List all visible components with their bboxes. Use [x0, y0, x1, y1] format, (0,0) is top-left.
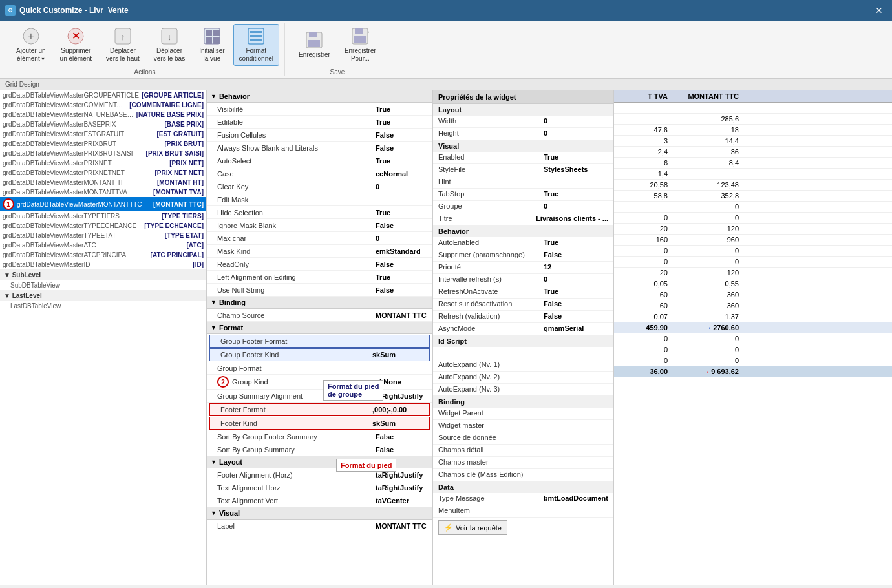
- save-button[interactable]: Enregistrer: [293, 24, 336, 66]
- tree-item-baseprix[interactable]: grdDataDBTableViewMasterBASEPRIX [BASE P…: [0, 120, 206, 129]
- save-as-button[interactable]: → EnregistrerPour...: [339, 24, 382, 66]
- tree-item-estgratuit[interactable]: grdDataDBTableViewMasterESTGRATUIT [EST …: [0, 129, 206, 139]
- voir-requete-label: Voir la requête: [456, 524, 502, 532]
- rprop-asyncmode: AsyncMode qmamSerial: [433, 323, 613, 335]
- prop-sortbygroupfooter: Sort By Group Footer Summary False: [207, 430, 432, 443]
- data-row-18: 60 360: [614, 300, 892, 311]
- move-up-icon: ↑: [114, 27, 132, 45]
- rprop-stylefile: StyleFile StylesSheets: [433, 164, 613, 176]
- lightning-icon: ⚡: [444, 523, 453, 532]
- move-down-icon: ↓: [160, 27, 178, 45]
- tree-item-naturebaseprix[interactable]: grdDataDBTableViewMasterNATUREBASEPRIX […: [0, 110, 206, 120]
- toolbar-buttons-actions: + Ajouter unélément ▾ ✕ Supprimerun élém…: [10, 23, 279, 66]
- prop-textalignhorz: Text Alignment Horz taRightJustify: [207, 481, 432, 494]
- prop-textalignvert: Text Alignment Vert taVCenter: [207, 494, 432, 507]
- prop-groupfooterkind: Group Footer Kind skSum: [209, 348, 430, 361]
- rprop-autoexpand3: AutoExpand (Nv. 3): [433, 384, 613, 396]
- rprop-section-binding: Binding: [433, 396, 613, 408]
- section-header-behavior[interactable]: ▼ Behavior: [207, 90, 432, 103]
- tree-item-groupearticle[interactable]: grdDataDBTableViewMasterGROUPEARTICLE [G…: [0, 90, 206, 100]
- rprop-enabled: Enabled True: [433, 152, 613, 164]
- properties-panel: ▼ Behavior Visibilité True Editable True…: [207, 90, 433, 585]
- rprop-autoexpand2: AutoExpand (Nv. 2): [433, 372, 613, 384]
- cell-ttc: =: [672, 103, 743, 113]
- section-header-binding[interactable]: ▼ Binding: [207, 297, 432, 309]
- svg-rect-15: [250, 35, 262, 37]
- prop-readonly: ReadOnly False: [207, 258, 432, 271]
- section-label-layout: Layout: [219, 458, 242, 466]
- tree-item-prixnet[interactable]: grdDataDBTableViewMasterPRIXNET [PRIX NE…: [0, 158, 206, 168]
- add-element-button[interactable]: + Ajouter unélément ▾: [10, 24, 52, 66]
- add-icon: +: [22, 27, 40, 45]
- svg-text:+: +: [28, 30, 34, 41]
- tree-section-sublevel[interactable]: ▼ SubLevel: [0, 269, 206, 280]
- data-row-16: 0,05 0,55: [614, 278, 892, 289]
- svg-rect-10: [213, 30, 220, 36]
- move-down-button[interactable]: ↓ Déplacervers le bas: [148, 24, 191, 66]
- data-row-10: 0 0: [614, 213, 892, 224]
- rprop-section-layout: Layout: [433, 104, 613, 116]
- title-bar-left: ⚙ Quick Customize - Livr_Vente: [5, 5, 129, 16]
- prop-groupformat: Group Format: [207, 362, 432, 375]
- data-row-21: 0 0: [614, 344, 892, 355]
- prop-autoselect: AutoSelect True: [207, 154, 432, 167]
- cond-format-button[interactable]: Formatconditionnel: [233, 24, 279, 66]
- move-down-label: Déplacervers le bas: [154, 47, 185, 63]
- toolbar-group-actions: + Ajouter unélément ▾ ✕ Supprimerun élém…: [5, 23, 285, 76]
- tree-item-lastdbtableview[interactable]: LastDBTableView: [0, 301, 206, 311]
- cond-format-label: Formatconditionnel: [239, 47, 273, 63]
- section-label-behavior: Behavior: [219, 92, 250, 100]
- data-row-12: 160 960: [614, 235, 892, 246]
- rprop-hint: Hint: [433, 176, 613, 189]
- rprop-sourcedonnee: Source de donnée: [433, 432, 613, 445]
- tree-item-prixbrut[interactable]: grdDataDBTableViewMasterPRIXBRUT [PRIX B…: [0, 139, 206, 149]
- svg-rect-9: [206, 30, 212, 36]
- delete-element-button[interactable]: ✕ Supprimerun élément: [54, 24, 98, 66]
- data-row-15: 20 120: [614, 268, 892, 278]
- svg-rect-14: [250, 31, 262, 33]
- tree-item-prixnetnet[interactable]: grdDataDBTableViewMasterPRIXNETNET [PRIX…: [0, 168, 206, 178]
- tree-item-commentaireligne[interactable]: grdDataDBTableViewMasterCOMMENTAIRELIGNE…: [0, 100, 206, 110]
- svg-rect-22: [354, 36, 366, 43]
- tree-item-typeecheance[interactable]: grdDataDBTableViewMasterTYPEECHEANCE [TY…: [0, 221, 206, 231]
- tree-item-typetiers[interactable]: grdDataDBTableViewMasterTYPETIERS [TYPE …: [0, 211, 206, 221]
- data-row-2: 47,6 18: [614, 125, 892, 136]
- rprop-tabstop: TabStop True: [433, 189, 613, 201]
- rprop-section-visual: Visual: [433, 140, 613, 152]
- rprop-height: Height 0: [433, 128, 613, 140]
- blue-arrow-icon: →: [705, 324, 712, 331]
- data-row-17: 60 360: [614, 289, 892, 300]
- toolbar-group-save: Enregistrer → EnregistrerPour... Save: [288, 23, 387, 76]
- rprop-champsmaster: Champs master: [433, 457, 613, 469]
- init-view-button[interactable]: Initialiserla vue: [193, 24, 230, 66]
- data-row-19: 0,07 1,37: [614, 311, 892, 322]
- rprop-refreshonactivate: RefreshOnActivate True: [433, 286, 613, 299]
- tree-item-atcprincipal[interactable]: grdDataDBTableViewMasterATCPRINCIPAL [AT…: [0, 250, 206, 260]
- section-header-format[interactable]: ▼ Format: [207, 322, 432, 334]
- rprop-champsdetail: Champs détail: [433, 445, 613, 457]
- section-header-layout[interactable]: ▼ Layout: [207, 456, 432, 468]
- tree-item-atc[interactable]: grdDataDBTableViewMasterATC [ATC]: [0, 240, 206, 250]
- svg-text:✕: ✕: [72, 30, 80, 41]
- badge-2: 2: [217, 376, 229, 388]
- svg-rect-18: [309, 32, 317, 37]
- data-row-9: 0: [614, 202, 892, 213]
- tree-item-montantht[interactable]: grdDataDBTableViewMasterMONTANTHT [MONTA…: [0, 178, 206, 187]
- data-row-13: 0 0: [614, 246, 892, 257]
- tree-item-montantttc[interactable]: 1 grdDataDBTableViewMasterMONTANTTTC [MO…: [0, 197, 206, 211]
- voir-requete-button[interactable]: ⚡ Voir la requête: [438, 520, 507, 535]
- tree-item-montanttva[interactable]: grdDataDBTableViewMasterMONTANTTVA [MONT…: [0, 187, 206, 197]
- tree-item-subdbtableview[interactable]: SubDBTableView: [0, 280, 206, 290]
- section-header-visual[interactable]: ▼ Visual: [207, 507, 432, 520]
- tree-item-typeetat[interactable]: grdDataDBTableViewMasterTYPEETAT [TYPE E…: [0, 231, 206, 240]
- prop-ignoremask: Ignore Mask Blank False: [207, 219, 432, 232]
- data-row-11: 20 120: [614, 224, 892, 235]
- move-up-button[interactable]: ↑ Déplacervers le haut: [100, 24, 145, 66]
- tree-item-id[interactable]: grdDataDBTableViewMasterID [ID]: [0, 260, 206, 269]
- close-button[interactable]: ✕: [871, 4, 887, 17]
- svg-rect-21: [355, 28, 363, 34]
- tree-section-lastlevel[interactable]: ▼ LastLevel: [0, 290, 206, 301]
- prop-groupkind: 2 Group Kind skNone: [207, 375, 432, 390]
- save-as-label: EnregistrerPour...: [345, 47, 376, 63]
- tree-item-prixbrutsaisi[interactable]: grdDataDBTableViewMasterPRIXBRUTSAISI [P…: [0, 149, 206, 158]
